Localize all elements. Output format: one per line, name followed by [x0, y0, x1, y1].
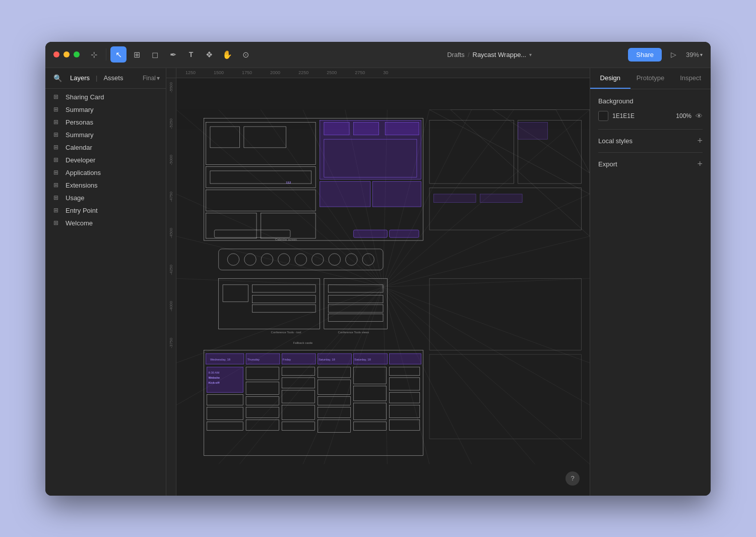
toolbar-right: Share ▷ 39% ▾	[628, 46, 703, 63]
page-dropdown[interactable]: Final ▾	[143, 75, 160, 82]
ruler-v-mark: -4250	[169, 265, 173, 275]
color-swatch[interactable]	[598, 111, 608, 121]
ruler-mark: 2500	[327, 70, 337, 75]
eye-icon: 👁	[696, 112, 703, 120]
layer-label: Summary	[66, 131, 94, 139]
ruler-horizontal: 1250 1500 1750 2000 2250 2500 2750 30	[166, 68, 590, 78]
prototype-tab[interactable]: Prototype	[631, 68, 671, 89]
local-styles-add[interactable]: +	[697, 136, 703, 146]
divider	[598, 129, 703, 130]
component-tool[interactable]: ❖	[201, 46, 217, 63]
layer-grid-icon: ⊞	[53, 182, 61, 189]
layer-entry-point[interactable]: ⊞ Entry Point	[45, 204, 166, 217]
canvas-svg: .wf-white { stroke: rgba(255,255,255,0.7…	[176, 78, 590, 496]
svg-text:8:30 AM: 8:30 AM	[209, 371, 220, 374]
export-add[interactable]: +	[697, 159, 703, 169]
svg-text:Saturday, 18: Saturday, 18	[354, 357, 371, 361]
layer-label: Developer	[66, 156, 95, 164]
frame-tool[interactable]: ⊞	[129, 46, 145, 63]
right-panel-tabs: Design Prototype Inspect	[590, 68, 711, 89]
layer-label: Entry Point	[66, 207, 98, 214]
svg-rect-32	[320, 181, 370, 206]
layer-summary-1[interactable]: ⊞ Summary	[45, 103, 166, 116]
tool-separator	[106, 48, 106, 61]
breadcrumb-section: Drafts	[447, 51, 465, 58]
right-panel: Design Prototype Inspect Background 1E1E…	[590, 68, 711, 496]
breadcrumb-chevron[interactable]: ▾	[529, 52, 532, 57]
ruler-v-mark: -5250	[169, 118, 173, 129]
canvas[interactable]: .wf-white { stroke: rgba(255,255,255,0.7…	[176, 78, 590, 496]
layer-summary-2[interactable]: ⊞ Summary	[45, 129, 166, 141]
hand-tool[interactable]: ✋	[219, 46, 235, 63]
divider	[598, 152, 703, 153]
layer-grid-icon: ⊞	[53, 169, 61, 176]
background-section-header: Background	[598, 97, 703, 105]
layer-sharing-card[interactable]: ⊞ Sharing Card	[45, 91, 166, 103]
ruler-mark: 2000	[270, 70, 280, 75]
shape-tool[interactable]: ◻	[147, 46, 163, 63]
visibility-toggle[interactable]: 👁	[696, 112, 703, 120]
close-button[interactable]	[53, 51, 59, 57]
text-tool[interactable]: T	[183, 46, 199, 63]
ruler-v-mark: -3750	[169, 338, 173, 348]
help-button[interactable]: ?	[565, 471, 580, 486]
breadcrumb-separator: /	[468, 51, 470, 58]
background-label: Background	[598, 97, 633, 105]
layer-welcome[interactable]: ⊞ Welcome	[45, 217, 166, 229]
select-icon: ↖	[115, 50, 122, 59]
svg-rect-42	[324, 122, 349, 135]
breadcrumb-file[interactable]: Raycast Wrappe...	[473, 51, 527, 58]
layer-label: Applications	[66, 169, 101, 176]
svg-text:Calendar screen: Calendar screen	[275, 237, 297, 241]
ruler-mark: 1750	[242, 70, 252, 75]
select-tool[interactable]: ↖	[110, 46, 127, 63]
tool-group: ⊹ ↖ ⊞ ◻ ✒ T ❖ ✋ ⊙	[86, 46, 351, 63]
minimize-button[interactable]	[64, 51, 70, 57]
layer-label: Personas	[66, 118, 93, 126]
svg-rect-124	[433, 194, 476, 202]
comment-tool[interactable]: ⊙	[237, 46, 254, 63]
layer-label: Sharing Card	[66, 93, 104, 101]
layer-label: Calendar	[66, 144, 92, 151]
ruler-mark: 30	[383, 70, 388, 75]
layer-grid-icon: ⊞	[53, 207, 61, 214]
layer-personas[interactable]: ⊞ Personas	[45, 116, 166, 129]
layer-applications[interactable]: ⊞ Applications	[45, 166, 166, 179]
color-opacity: 100%	[676, 112, 691, 120]
pen-tool[interactable]: ✒	[165, 46, 181, 63]
export-header: Export +	[598, 159, 703, 169]
ruler-vertical: -5500 -5250 -5000 -4750 -4500 -4250 -400…	[166, 78, 176, 496]
layer-grid-icon: ⊞	[53, 219, 61, 226]
dropdown-chevron: ▾	[157, 75, 160, 82]
panel-tabs: 🔍 Layers | Assets Final ▾	[45, 68, 166, 89]
layer-usage[interactable]: ⊞ Usage	[45, 192, 166, 204]
maximize-button[interactable]	[74, 51, 80, 57]
canvas-area[interactable]: 1250 1500 1750 2000 2250 2500 2750 30 -5…	[166, 68, 590, 496]
design-tab[interactable]: Design	[590, 68, 631, 89]
svg-text:Friday: Friday	[283, 357, 291, 361]
search-button[interactable]: 🔍	[51, 72, 64, 84]
ruler-mark: 2750	[355, 70, 365, 75]
play-button[interactable]: ▷	[666, 46, 682, 63]
svg-rect-44	[385, 122, 419, 135]
ruler-v-mark: -4500	[169, 228, 173, 238]
color-hex: 1E1E1E	[612, 112, 672, 120]
tab-divider: |	[96, 74, 97, 82]
layers-tab[interactable]: Layers	[66, 72, 94, 84]
share-button[interactable]: Share	[628, 48, 662, 62]
ruler-v-mark: -5500	[169, 82, 173, 92]
pen-icon: ✒	[170, 50, 176, 59]
assets-tab[interactable]: Assets	[99, 72, 127, 84]
layer-grid-icon: ⊞	[53, 106, 61, 113]
layer-developer[interactable]: ⊞ Developer	[45, 154, 166, 166]
zoom-chevron: ▾	[700, 52, 703, 57]
layer-calendar[interactable]: ⊞ Calendar	[45, 141, 166, 154]
svg-text:Kick-off: Kick-off	[209, 381, 220, 384]
layer-grid-icon: ⊞	[53, 194, 61, 201]
svg-text:Conference Tools - tool: Conference Tools - tool	[271, 331, 301, 334]
inspect-tab[interactable]: Inspect	[670, 68, 711, 89]
zoom-control[interactable]: 39% ▾	[686, 51, 703, 58]
layer-label: Summary	[66, 106, 94, 113]
layer-extensions[interactable]: ⊞ Extensions	[45, 179, 166, 192]
menu-tool[interactable]: ⊹	[86, 46, 102, 63]
